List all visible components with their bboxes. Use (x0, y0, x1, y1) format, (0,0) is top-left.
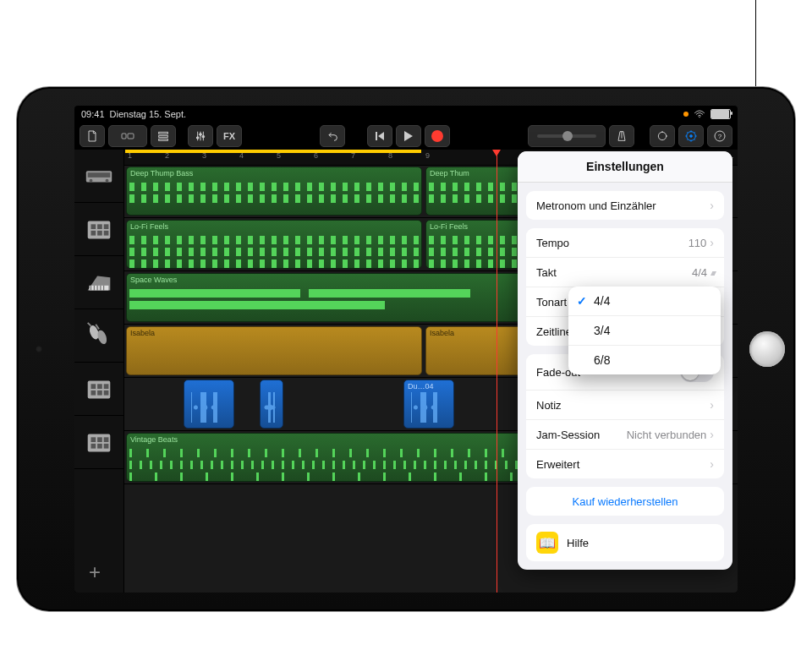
row-label: Metronom und Einzähler (536, 199, 656, 212)
track-header[interactable] (74, 150, 123, 203)
stepper-icon: ▴▾ (710, 268, 714, 277)
tracks-view-button[interactable] (151, 125, 176, 147)
my-songs-button[interactable] (80, 125, 105, 147)
go-to-beginning-button[interactable] (367, 125, 392, 147)
chevron-right-icon: › (710, 199, 714, 212)
loop-region[interactable] (125, 150, 421, 153)
svg-point-11 (690, 135, 693, 138)
chevron-right-icon: › (710, 428, 714, 441)
svg-text:?: ? (718, 133, 722, 140)
row-value: 4/4 (692, 266, 707, 279)
row-label: Notiz (536, 399, 562, 412)
settings-time-signature[interactable]: Takt 4/4▴▾ (526, 258, 724, 287)
svg-rect-43 (104, 444, 109, 449)
popover-title: Einstellungen (518, 151, 732, 183)
chevron-right-icon: › (710, 236, 714, 249)
settings-note-pad[interactable]: Notiz › (526, 391, 724, 420)
picker-option[interactable]: 3/4 (568, 316, 721, 346)
row-value: Nicht verbunden (627, 429, 707, 441)
picker-option[interactable]: 4/4 (568, 287, 721, 316)
loop-browser-button[interactable] (650, 125, 675, 147)
camera-icon (36, 346, 42, 352)
fx-button[interactable]: FX (217, 125, 242, 147)
svg-rect-38 (91, 437, 96, 442)
track-header[interactable] (74, 309, 123, 363)
track-controls-button[interactable] (188, 125, 213, 147)
svg-point-16 (90, 179, 93, 183)
midi-region[interactable]: Deep Thump Bass (126, 167, 422, 216)
restore-purchase-button[interactable]: Kauf wiederherstellen (526, 487, 724, 516)
time-signature-picker: 4/4 3/4 6/8 (568, 287, 721, 374)
track-header[interactable] (74, 363, 123, 416)
settings-metronome[interactable]: Metronom und Einzähler › (526, 191, 724, 220)
svg-rect-32 (97, 384, 102, 389)
play-button[interactable] (396, 125, 421, 147)
svg-rect-35 (97, 391, 102, 396)
track-header[interactable] (74, 416, 123, 469)
track-header[interactable] (74, 203, 123, 256)
picker-option[interactable]: 6/8 (568, 346, 721, 374)
svg-rect-19 (91, 224, 96, 229)
region-label: Isabela (430, 329, 454, 337)
audio-region[interactable] (260, 380, 283, 429)
svg-rect-30 (88, 381, 111, 399)
midi-region[interactable]: Space Waves (126, 273, 559, 322)
svg-point-7 (200, 134, 202, 136)
playhead[interactable] (497, 150, 497, 593)
row-label: Takt (536, 266, 557, 279)
row-value: 110 (689, 237, 707, 249)
region-label: Du…04 (408, 382, 434, 391)
svg-rect-25 (90, 286, 109, 291)
region-label: Isabela (130, 329, 155, 337)
book-icon: 📖 (536, 532, 558, 554)
audio-region[interactable] (184, 380, 234, 429)
settings-advanced[interactable]: Erweitert › (526, 450, 724, 478)
svg-rect-39 (97, 437, 102, 442)
svg-rect-21 (104, 224, 109, 229)
chevron-right-icon: › (710, 398, 714, 412)
status-time: 09:41 (81, 109, 105, 119)
region-label: Vintage Beats (130, 435, 178, 444)
metronome-button[interactable] (609, 125, 634, 147)
svg-rect-37 (88, 434, 111, 452)
wifi-icon (694, 110, 705, 118)
svg-rect-42 (97, 444, 102, 449)
add-track-button[interactable]: + (83, 560, 107, 584)
svg-rect-4 (159, 135, 168, 137)
master-volume-slider[interactable] (528, 125, 606, 147)
toolbar: FX ? (74, 123, 738, 150)
row-label: Jam-Session (536, 429, 600, 441)
svg-rect-22 (91, 231, 96, 236)
svg-point-8 (202, 135, 205, 138)
audio-region[interactable]: Du…04 (403, 380, 454, 429)
midi-region[interactable]: Vintage Beats (126, 433, 559, 482)
svg-rect-33 (104, 384, 109, 389)
svg-rect-5 (159, 139, 168, 140)
svg-rect-1 (122, 134, 126, 139)
settings-tempo[interactable]: Tempo 110› (526, 228, 724, 258)
browser-button[interactable] (108, 125, 147, 147)
svg-point-6 (196, 137, 199, 139)
row-label: Tempo (536, 237, 569, 249)
region-label: Space Waves (130, 276, 177, 284)
settings-button[interactable] (678, 125, 704, 147)
record-button[interactable] (425, 125, 450, 147)
settings-popover: Einstellungen Metronom und Einzähler › T… (518, 151, 732, 570)
undo-button[interactable] (320, 125, 345, 147)
svg-rect-2 (128, 134, 134, 139)
track-header[interactable] (74, 256, 123, 309)
svg-rect-20 (97, 224, 102, 229)
svg-rect-34 (91, 391, 96, 396)
midi-region[interactable]: Lo-Fi Feels (126, 220, 422, 269)
home-button[interactable] (749, 331, 785, 367)
drummer-region[interactable]: Isabela (126, 326, 422, 375)
screen: 09:41 Dienstag 15. Sept. FX (74, 106, 738, 593)
row-label: Kauf wiederherstellen (572, 495, 678, 508)
settings-jam-session[interactable]: Jam-Session Nicht verbunden› (526, 420, 724, 450)
svg-rect-36 (104, 391, 109, 396)
help-button[interactable]: ? (707, 125, 732, 147)
settings-help[interactable]: 📖 Hilfe (526, 524, 724, 561)
ipad-frame: 09:41 Dienstag 15. Sept. FX (17, 87, 795, 611)
region-label: Lo-Fi Feels (130, 222, 168, 231)
svg-point-17 (106, 179, 109, 183)
